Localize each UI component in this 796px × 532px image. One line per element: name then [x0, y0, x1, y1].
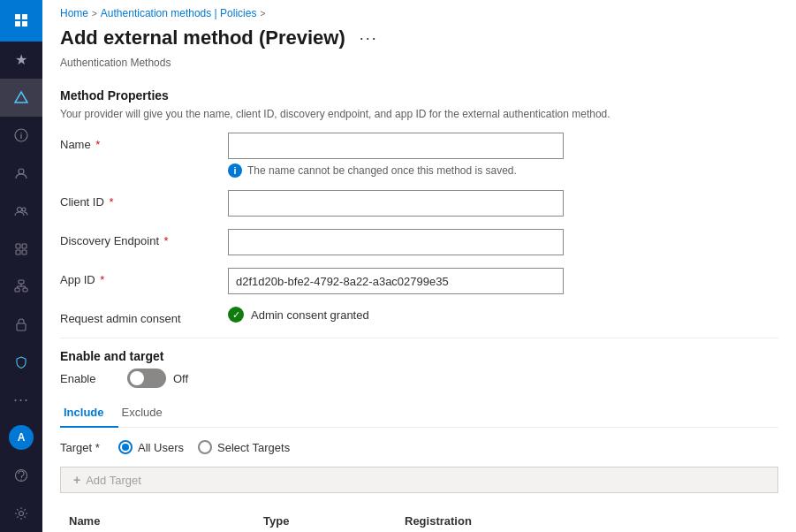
- svg-point-9: [22, 208, 26, 211]
- svg-rect-16: [23, 288, 27, 292]
- client-id-row: Client ID *: [60, 190, 778, 217]
- lock-icon[interactable]: [0, 306, 42, 344]
- client-id-field-container: [228, 190, 564, 217]
- app-id-label: App ID *: [60, 268, 228, 286]
- radio-select-targets-outer: [198, 440, 212, 454]
- breadcrumb-section[interactable]: Authentication methods | Policies: [101, 7, 257, 19]
- method-properties-desc: Your provider will give you the name, cl…: [60, 108, 778, 120]
- breadcrumb-home[interactable]: Home: [60, 7, 88, 19]
- enable-label: Enable: [60, 372, 113, 385]
- home-icon[interactable]: [0, 0, 42, 42]
- more-options-button[interactable]: ···: [354, 27, 383, 49]
- avatar-icon[interactable]: A: [0, 419, 42, 457]
- discovery-endpoint-row: Discovery Endpoint *: [60, 229, 778, 255]
- name-input[interactable]: [228, 133, 564, 159]
- radio-all-users-outer: [118, 440, 133, 454]
- target-label: Target *: [60, 441, 113, 454]
- svg-point-23: [20, 479, 22, 481]
- page-header: Add external method (Preview) ···: [42, 23, 796, 57]
- enable-target-title: Enable and target: [60, 349, 778, 363]
- svg-rect-15: [15, 288, 19, 292]
- svg-rect-0: [15, 14, 20, 19]
- svg-rect-1: [22, 14, 27, 19]
- settings-icon[interactable]: [0, 494, 42, 532]
- name-label: Name *: [60, 133, 228, 151]
- svg-rect-14: [19, 280, 24, 284]
- star-icon[interactable]: ★: [0, 42, 42, 80]
- svg-rect-11: [22, 244, 27, 248]
- col-header-type: Type: [254, 507, 396, 532]
- section-divider: [60, 338, 778, 338]
- svg-rect-12: [16, 250, 20, 255]
- radio-all-users-label: All Users: [138, 441, 184, 454]
- shield-icon[interactable]: [0, 343, 42, 381]
- info-icon: i: [228, 163, 242, 178]
- toggle-container: Off: [127, 369, 188, 388]
- name-warning-text: The name cannot be changed once this met…: [247, 164, 517, 177]
- enable-toggle[interactable]: [127, 369, 166, 388]
- toggle-state-label: Off: [173, 372, 188, 385]
- svg-point-8: [18, 207, 22, 211]
- targets-table: Name Type Registration All Users Group O…: [60, 507, 778, 532]
- consent-label: Request admin consent: [60, 307, 228, 325]
- radio-all-users[interactable]: All Users: [118, 440, 184, 454]
- name-field-container: i The name cannot be changed once this m…: [228, 133, 564, 178]
- discovery-endpoint-label: Discovery Endpoint *: [60, 229, 228, 247]
- page-subtitle: Authentication Methods: [42, 57, 796, 76]
- plus-icon: +: [73, 473, 80, 487]
- radio-all-users-inner: [122, 444, 129, 451]
- consent-value-container: ✓ Admin consent granted: [228, 307, 564, 323]
- client-id-label: Client ID *: [60, 190, 228, 209]
- svg-rect-3: [22, 21, 27, 27]
- radio-select-targets[interactable]: Select Targets: [198, 440, 290, 454]
- apps-icon[interactable]: [0, 230, 42, 268]
- add-target-button[interactable]: + Add Target: [60, 467, 778, 493]
- add-target-label: Add Target: [86, 474, 141, 487]
- page-title: Add external method (Preview): [60, 27, 345, 49]
- svg-rect-2: [15, 21, 20, 27]
- svg-marker-4: [15, 92, 27, 103]
- col-header-name: Name: [60, 507, 254, 532]
- content-area: Method Properties Your provider will giv…: [42, 76, 796, 532]
- include-exclude-tabs: Include Exclude: [60, 400, 778, 428]
- breadcrumb: Home > Authentication methods | Policies…: [42, 0, 796, 23]
- breadcrumb-sep2: >: [260, 9, 265, 19]
- app-id-input[interactable]: [228, 268, 564, 294]
- svg-rect-21: [17, 323, 26, 331]
- info-circle-icon[interactable]: i: [0, 117, 42, 155]
- client-id-input[interactable]: [228, 190, 564, 217]
- enable-row: Enable Off: [60, 369, 778, 388]
- name-warning-note: i The name cannot be changed once this m…: [228, 163, 564, 178]
- discovery-endpoint-field-container: [228, 229, 564, 255]
- name-row: Name * i The name cannot be changed once…: [60, 133, 778, 178]
- sidebar: ★ i ··· A: [0, 0, 42, 532]
- tab-include[interactable]: Include: [60, 400, 118, 428]
- consent-granted: ✓ Admin consent granted: [228, 307, 564, 323]
- discovery-endpoint-input[interactable]: [228, 229, 564, 255]
- target-radio-group: All Users Select Targets: [118, 440, 290, 454]
- breadcrumb-sep1: >: [92, 9, 97, 19]
- more-dots-icon[interactable]: ···: [0, 381, 42, 419]
- svg-point-7: [19, 169, 24, 174]
- svg-text:i: i: [20, 132, 23, 141]
- radio-select-targets-label: Select Targets: [217, 441, 290, 454]
- consent-row: Request admin consent ✓ Admin consent gr…: [60, 307, 778, 325]
- tab-exclude[interactable]: Exclude: [118, 400, 177, 428]
- svg-rect-13: [22, 250, 27, 255]
- group-icon[interactable]: [0, 192, 42, 230]
- user-icon[interactable]: [0, 155, 42, 193]
- app-id-field-container: [228, 268, 564, 294]
- check-circle-icon: ✓: [228, 307, 244, 323]
- main-content: Home > Authentication methods | Policies…: [42, 0, 796, 532]
- col-header-registration: Registration: [396, 507, 778, 532]
- toggle-knob: [130, 371, 144, 385]
- target-row: Target * All Users Select Targets: [60, 440, 778, 454]
- svg-point-24: [19, 511, 24, 515]
- method-properties-title: Method Properties: [60, 88, 778, 103]
- svg-rect-10: [16, 244, 20, 248]
- org-icon[interactable]: [0, 268, 42, 306]
- feedback-icon[interactable]: [0, 457, 42, 495]
- azure-icon[interactable]: [0, 79, 42, 117]
- consent-granted-text: Admin consent granted: [251, 308, 369, 322]
- app-id-row: App ID *: [60, 268, 778, 294]
